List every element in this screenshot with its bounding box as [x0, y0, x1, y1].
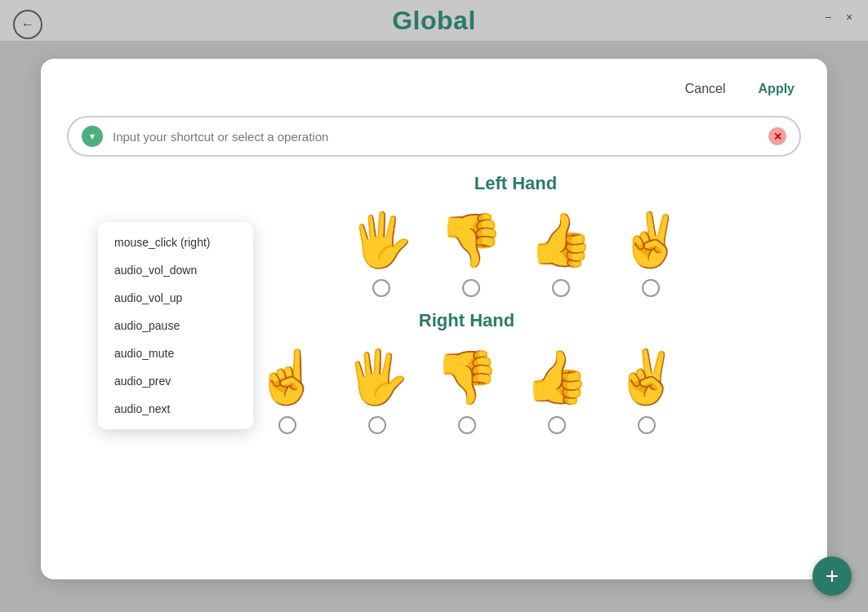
- back-button[interactable]: ←: [13, 10, 42, 39]
- window-controls: − ×: [822, 11, 855, 23]
- gesture-radio[interactable]: [552, 279, 570, 297]
- dropdown-item[interactable]: mouse_click (right): [98, 228, 253, 256]
- gesture-radio[interactable]: [462, 279, 480, 297]
- gesture-radio[interactable]: [368, 416, 386, 434]
- dropdown-item[interactable]: audio_vol_down: [98, 256, 253, 284]
- apply-button[interactable]: Apply: [752, 78, 801, 100]
- gesture-radio[interactable]: [458, 416, 476, 434]
- gesture-radio[interactable]: [278, 416, 296, 434]
- dropdown-item[interactable]: audio_vol_up: [98, 284, 253, 312]
- right-gesture-item: ☝: [259, 344, 316, 434]
- right-gesture-item: 👎: [438, 344, 496, 434]
- minimize-button[interactable]: −: [822, 11, 834, 23]
- gesture-radio[interactable]: [548, 416, 566, 434]
- right-gesture-item: 👍: [528, 344, 585, 434]
- right-gesture-item: 🖐: [349, 344, 406, 434]
- dropdown-menu: mouse_click (right)audio_vol_downaudio_v…: [98, 222, 253, 429]
- clear-button[interactable]: ✕: [768, 127, 786, 145]
- search-bar: ✕: [67, 116, 801, 157]
- left-hand-gestures: 🖐👎👍✌️: [230, 207, 801, 297]
- left-gesture-item: 👍: [532, 207, 590, 297]
- page-title: Global: [392, 6, 476, 36]
- left-hand-title: Left Hand: [230, 173, 801, 194]
- title-bar: ← Global − ×: [0, 0, 868, 41]
- modal-header: Cancel Apply: [67, 78, 801, 100]
- dropdown-item[interactable]: audio_next: [98, 395, 253, 423]
- dropdown-item[interactable]: audio_prev: [98, 367, 253, 395]
- left-gesture-item: 👎: [443, 207, 500, 297]
- left-gesture-item: 🖐: [353, 207, 410, 297]
- dropdown-toggle[interactable]: [82, 126, 103, 147]
- gesture-radio[interactable]: [642, 279, 660, 297]
- right-gesture-item: ✌️: [618, 344, 675, 434]
- close-button[interactable]: ×: [844, 11, 855, 23]
- cancel-button[interactable]: Cancel: [679, 78, 732, 100]
- gesture-radio[interactable]: [638, 416, 656, 434]
- search-input[interactable]: [113, 130, 768, 144]
- dropdown-item[interactable]: audio_pause: [98, 312, 253, 339]
- dropdown-item[interactable]: audio_mute: [98, 339, 253, 367]
- left-gesture-item: ✌️: [622, 207, 679, 297]
- add-button[interactable]: +: [812, 557, 852, 596]
- modal: Cancel Apply ✕ mouse_click (right)audio_…: [41, 59, 827, 579]
- gesture-radio[interactable]: [372, 279, 390, 297]
